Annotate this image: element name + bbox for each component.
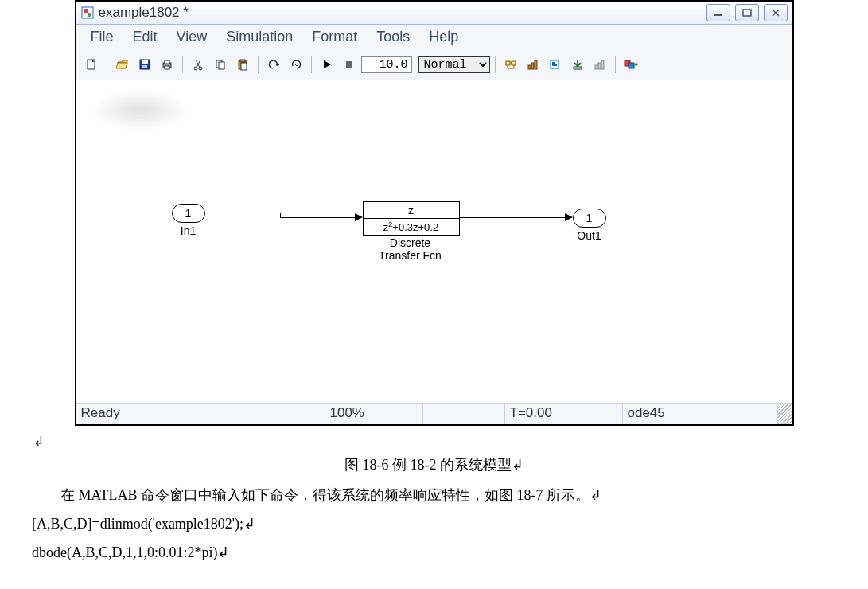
separator bbox=[615, 56, 616, 73]
status-ready: Ready bbox=[76, 404, 325, 424]
outport-block[interactable]: 1 Out1 bbox=[573, 209, 606, 242]
smudge bbox=[92, 90, 188, 130]
figure-caption: 图 18-6 例 18-2 的系统模型↲ bbox=[32, 455, 836, 474]
stop-icon[interactable] bbox=[339, 54, 360, 75]
close-button[interactable] bbox=[764, 4, 788, 21]
svg-rect-11 bbox=[165, 66, 169, 69]
update-icon[interactable] bbox=[590, 54, 610, 75]
separator bbox=[182, 56, 183, 73]
status-bar: Ready 100% T=0.00 ode45 bbox=[76, 404, 792, 424]
svg-rect-22 bbox=[528, 65, 531, 69]
minimize-button[interactable] bbox=[706, 4, 730, 21]
code-line-2: dbode(A,B,C,D,1,1,0:0.01:2*pi)↲ bbox=[32, 544, 230, 560]
app-icon bbox=[81, 6, 94, 19]
outport-number: 1 bbox=[573, 209, 606, 228]
inport-block[interactable]: 1 In1 bbox=[172, 204, 205, 237]
simmode-select[interactable]: Normal bbox=[418, 56, 490, 73]
svg-rect-4 bbox=[743, 10, 751, 16]
wire-1a bbox=[205, 213, 281, 213]
svg-rect-26 bbox=[552, 62, 555, 64]
svg-rect-10 bbox=[165, 60, 169, 64]
save-icon[interactable] bbox=[134, 54, 155, 75]
model-canvas[interactable]: 1 In1 z z2+0.3z+0.2 DiscreteTransfer Fcn… bbox=[76, 80, 792, 404]
copy-icon[interactable] bbox=[210, 54, 231, 75]
svg-rect-31 bbox=[601, 60, 604, 69]
inport-number: 1 bbox=[172, 204, 205, 223]
menu-tools[interactable]: Tools bbox=[367, 27, 419, 47]
svg-rect-20 bbox=[506, 61, 510, 65]
svg-rect-19 bbox=[346, 61, 352, 68]
svg-rect-18 bbox=[241, 63, 247, 70]
resize-grip[interactable] bbox=[778, 404, 792, 424]
svg-rect-28 bbox=[574, 67, 582, 69]
svg-point-13 bbox=[199, 67, 202, 70]
menu-bar: File Edit View Simulation Format Tools H… bbox=[76, 25, 792, 49]
model-explorer-icon[interactable] bbox=[545, 54, 566, 75]
undo-icon[interactable] bbox=[263, 54, 284, 75]
cut-icon[interactable] bbox=[188, 54, 208, 75]
status-time: T=0.00 bbox=[505, 404, 623, 424]
wire-1c bbox=[280, 217, 356, 218]
library-browser-icon[interactable] bbox=[621, 54, 641, 75]
svg-rect-21 bbox=[512, 61, 516, 65]
simulink-window: example1802 * File Edit View Simulation … bbox=[75, 0, 794, 426]
menu-help[interactable]: Help bbox=[419, 27, 468, 47]
arrow-1 bbox=[355, 213, 363, 221]
redo-icon[interactable] bbox=[286, 54, 306, 75]
return-mark: ↲ bbox=[33, 435, 44, 448]
inport-label: In1 bbox=[181, 224, 196, 237]
menu-simulation[interactable]: Simulation bbox=[216, 27, 302, 47]
svg-rect-29 bbox=[595, 65, 597, 69]
svg-rect-33 bbox=[629, 63, 634, 68]
toolbar: Normal bbox=[76, 49, 792, 80]
library-icon[interactable] bbox=[500, 54, 521, 75]
svg-rect-17 bbox=[240, 60, 245, 62]
status-solver: ode45 bbox=[623, 404, 778, 424]
open-icon[interactable] bbox=[112, 54, 133, 75]
window-title: example1802 * bbox=[99, 5, 189, 21]
svg-rect-30 bbox=[598, 63, 601, 69]
separator bbox=[258, 56, 259, 73]
svg-rect-1 bbox=[84, 9, 88, 13]
menu-file[interactable]: File bbox=[81, 27, 123, 47]
svg-rect-8 bbox=[142, 65, 147, 68]
svg-point-12 bbox=[194, 67, 197, 70]
code-line-1: [A,B,C,D]=dlinmod('example1802');↲ bbox=[32, 516, 255, 532]
status-mid bbox=[423, 404, 505, 424]
arrow-2 bbox=[565, 213, 573, 221]
wire-2 bbox=[459, 217, 566, 218]
body-text: 在 MATLAB 命令窗口中输入如下命令，得该系统的频率响应特性，如图 18-7… bbox=[32, 481, 836, 509]
maximize-button[interactable] bbox=[735, 4, 759, 21]
status-zoom: 100% bbox=[325, 404, 423, 424]
svg-rect-3 bbox=[714, 14, 722, 16]
svg-rect-27 bbox=[552, 64, 557, 66]
svg-rect-2 bbox=[88, 13, 91, 17]
svg-rect-24 bbox=[535, 60, 537, 69]
run-icon[interactable] bbox=[317, 54, 337, 75]
outport-label: Out1 bbox=[577, 229, 601, 242]
paste-icon[interactable] bbox=[232, 54, 253, 75]
tf-label: DiscreteTransfer Fcn bbox=[363, 236, 458, 262]
title-bar: example1802 * bbox=[76, 2, 792, 25]
new-icon[interactable] bbox=[81, 54, 102, 75]
print-icon[interactable] bbox=[157, 54, 177, 75]
menu-edit[interactable]: Edit bbox=[123, 27, 167, 47]
model-config-icon[interactable] bbox=[523, 54, 543, 75]
tf-denominator: z2+0.3z+0.2 bbox=[364, 218, 459, 235]
svg-rect-7 bbox=[142, 60, 148, 64]
separator bbox=[311, 56, 312, 73]
transfer-fcn-block[interactable]: z z2+0.3z+0.2 bbox=[363, 201, 460, 236]
separator bbox=[107, 56, 107, 73]
menu-view[interactable]: View bbox=[167, 27, 217, 47]
menu-format[interactable]: Format bbox=[302, 27, 367, 47]
tf-numerator: z bbox=[364, 202, 459, 218]
svg-rect-15 bbox=[219, 62, 224, 69]
simtime-input[interactable] bbox=[361, 56, 412, 73]
svg-rect-23 bbox=[531, 63, 534, 69]
separator bbox=[495, 56, 496, 73]
build-icon[interactable] bbox=[567, 54, 588, 75]
